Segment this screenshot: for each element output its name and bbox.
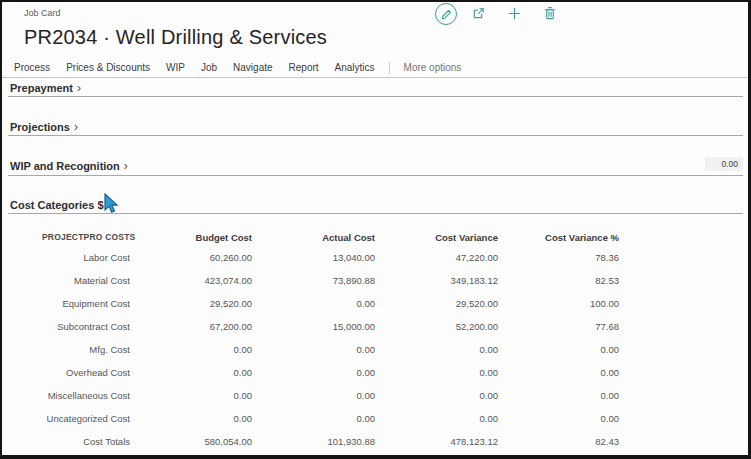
menu-report[interactable]: Report xyxy=(281,62,327,73)
cell-variance-pct: 78.36 xyxy=(498,252,619,263)
table-row-overhead: Overhead Cost 0.00 0.00 0.00 0.00 xyxy=(42,361,619,384)
breadcrumb: Job Card xyxy=(24,8,61,18)
section-projections-label: Projections xyxy=(8,121,70,133)
pencil-icon xyxy=(441,9,452,20)
wip-total-field[interactable]: 0.00 xyxy=(705,157,743,171)
menu-more-options[interactable]: More options xyxy=(396,62,470,73)
cell-variance: 0.00 xyxy=(375,344,498,355)
cell-variance-pct: 0.00 xyxy=(498,367,619,378)
cell-actual: 101,930.88 xyxy=(252,436,375,447)
section-wip-label: WIP and Recognition xyxy=(8,160,120,172)
table-row-uncategorized: Uncategorized Cost 0.00 0.00 0.00 0.00 xyxy=(42,407,619,430)
cell-budget: 0.00 xyxy=(130,344,252,355)
menu-wip[interactable]: WIP xyxy=(158,62,193,73)
cell-variance: 29,520.00 xyxy=(375,298,498,309)
row-label: Subcontract Cost xyxy=(42,321,130,332)
share-button[interactable] xyxy=(472,7,485,20)
cell-budget: 0.00 xyxy=(130,413,252,424)
menu-navigate[interactable]: Navigate xyxy=(225,62,280,73)
section-projections[interactable]: Projections › xyxy=(8,118,743,136)
row-label: Uncategorized Cost xyxy=(42,413,130,424)
cell-budget: 0.00 xyxy=(130,390,252,401)
chevron-right-icon: › xyxy=(124,160,128,172)
cell-variance: 0.00 xyxy=(375,390,498,401)
command-bar: Process Prices & Discounts WIP Job Navig… xyxy=(2,58,748,78)
table-row-labor: Labor Cost 60,260.00 13,040.00 47,220.00… xyxy=(42,246,619,269)
cell-actual: 0.00 xyxy=(252,413,375,424)
cell-actual: 15,000.00 xyxy=(252,321,375,332)
cell-actual: 73,890.88 xyxy=(252,275,375,286)
row-label: Material Cost xyxy=(42,275,130,286)
cell-variance: 0.00 xyxy=(375,413,498,424)
trash-icon xyxy=(544,6,556,20)
cell-variance: 47,220.00 xyxy=(375,252,498,263)
row-label: Equipment Cost xyxy=(42,298,130,309)
table-row-subcontract: Subcontract Cost 67,200.00 15,000.00 52,… xyxy=(42,315,619,338)
row-label: Cost Totals xyxy=(42,436,130,447)
cell-variance-pct: 77.68 xyxy=(498,321,619,332)
table-row-miscellaneous: Miscellaneous Cost 0.00 0.00 0.00 0.00 xyxy=(42,384,619,407)
table-row-cost-totals: Cost Totals 580,054.00 101,930.88 478,12… xyxy=(42,430,619,453)
section-wip-recognition[interactable]: WIP and Recognition › 0.00 xyxy=(8,156,743,176)
col-header-cost-variance: Cost Variance xyxy=(375,232,498,243)
chevron-right-icon: › xyxy=(74,121,78,133)
section-cost-categories[interactable]: Cost Categories $ xyxy=(8,196,743,214)
col-header-budget-cost: Budget Cost xyxy=(130,232,252,243)
cell-actual: 0.00 xyxy=(252,390,375,401)
cell-actual: 0.00 xyxy=(252,367,375,378)
menu-process[interactable]: Process xyxy=(6,62,58,73)
row-label: Mfg. Cost xyxy=(42,344,130,355)
cell-variance: 0.00 xyxy=(375,367,498,378)
section-prepayment-label: Prepayment xyxy=(8,82,73,94)
cell-actual: 0.00 xyxy=(252,298,375,309)
menu-analytics[interactable]: Analytics xyxy=(327,62,383,73)
cell-budget: 0.00 xyxy=(130,367,252,378)
section-prepayment[interactable]: Prepayment › xyxy=(8,79,743,97)
cell-budget: 423,074.00 xyxy=(130,275,252,286)
delete-button[interactable] xyxy=(544,6,556,20)
row-label: Overhead Cost xyxy=(42,367,130,378)
share-icon xyxy=(472,7,485,20)
cell-actual: 13,040.00 xyxy=(252,252,375,263)
cell-budget: 29,520.00 xyxy=(130,298,252,309)
menu-job[interactable]: Job xyxy=(193,62,225,73)
table-header-row: PROJECTPRO COSTS Budget Cost Actual Cost… xyxy=(42,228,619,246)
cell-variance: 52,200.00 xyxy=(375,321,498,332)
cell-variance-pct: 100.00 xyxy=(498,298,619,309)
plus-icon xyxy=(508,7,521,20)
table-row-material: Material Cost 423,074.00 73,890.88 349,1… xyxy=(42,269,619,292)
cell-budget: 580,054.00 xyxy=(130,436,252,447)
menu-prices-discounts[interactable]: Prices & Discounts xyxy=(58,62,158,73)
col-header-cost-variance-pct: Cost Variance % xyxy=(498,232,619,243)
cell-budget: 60,260.00 xyxy=(130,252,252,263)
cell-variance: 478,123.12 xyxy=(375,436,498,447)
row-label: Labor Cost xyxy=(42,252,130,263)
cell-budget: 67,200.00 xyxy=(130,321,252,332)
chevron-right-icon: › xyxy=(77,82,81,94)
cell-variance-pct: 0.00 xyxy=(498,344,619,355)
row-label: Miscellaneous Cost xyxy=(42,390,130,401)
cell-variance: 349,183.12 xyxy=(375,275,498,286)
section-cost-categories-label: Cost Categories $ xyxy=(8,199,104,211)
col-header-actual-cost: Actual Cost xyxy=(252,232,375,243)
cost-categories-table: PROJECTPRO COSTS Budget Cost Actual Cost… xyxy=(42,228,619,453)
cell-variance-pct: 82.43 xyxy=(498,436,619,447)
page-title: PR2034 · Well Drilling & Services xyxy=(24,26,327,49)
col-header-projectpro-costs: PROJECTPRO COSTS xyxy=(42,232,130,242)
cell-variance-pct: 82.53 xyxy=(498,275,619,286)
table-row-equipment: Equipment Cost 29,520.00 0.00 29,520.00 … xyxy=(42,292,619,315)
cell-variance-pct: 0.00 xyxy=(498,390,619,401)
cell-actual: 0.00 xyxy=(252,344,375,355)
job-card-window: Job Card PR2034 · Well Drilling & Servic… xyxy=(0,0,751,459)
new-button[interactable] xyxy=(508,7,521,20)
table-row-mfg: Mfg. Cost 0.00 0.00 0.00 0.00 xyxy=(42,338,619,361)
menu-separator xyxy=(389,62,390,74)
edit-button[interactable] xyxy=(435,3,457,25)
cell-variance-pct: 0.00 xyxy=(498,413,619,424)
